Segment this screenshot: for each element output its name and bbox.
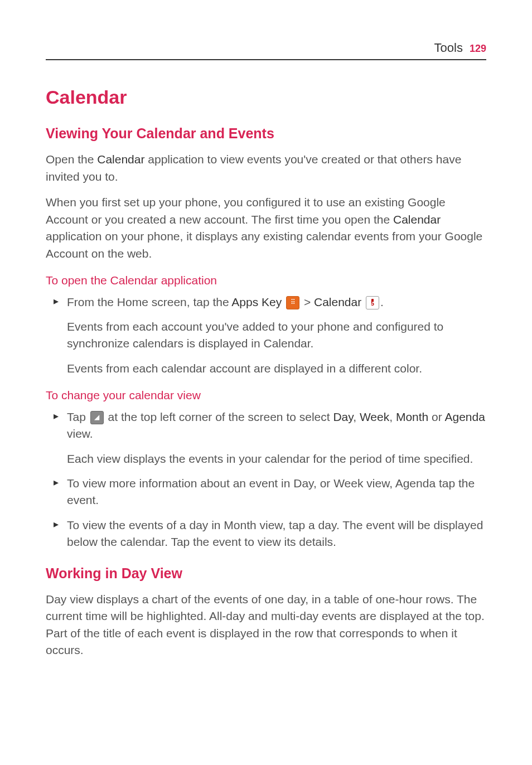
heading-to-change-view: To change your calendar view xyxy=(46,387,486,404)
paragraph-open-calendar: Open the Calendar application to view ev… xyxy=(46,151,486,185)
page-header: Tools 129 xyxy=(46,39,486,60)
note-each-view: Each view displays the events in your ca… xyxy=(67,451,486,467)
step-month-day: To view the events of a day in Month vie… xyxy=(46,517,486,551)
section-name: Tools xyxy=(434,39,463,57)
calendar-icon: 5 xyxy=(366,296,379,309)
steps-open: From the Home screen, tap the Apps Key ⠿… xyxy=(46,294,486,311)
dropdown-icon: ◢ xyxy=(90,411,104,424)
note-accounts-sync: Events from each account you've added to… xyxy=(46,318,486,352)
heading-viewing: Viewing Your Calendar and Events xyxy=(46,123,486,143)
step-more-info: To view more information about an event … xyxy=(46,475,486,509)
step-from-home: From the Home screen, tap the Apps Key ⠿… xyxy=(46,294,486,311)
apps-key-icon: ⠿ xyxy=(286,296,299,309)
paragraph-setup: When you first set up your phone, you co… xyxy=(46,194,486,262)
page-title: Calendar xyxy=(46,84,486,111)
page-number: 129 xyxy=(470,41,486,56)
heading-day-view: Working in Day View xyxy=(46,563,486,583)
paragraph-day-view: Day view displays a chart of the events … xyxy=(46,591,486,659)
note-colors: Events from each calendar account are di… xyxy=(46,360,486,377)
heading-to-open: To open the Calendar application xyxy=(46,272,486,289)
step-tap-dropdown: Tap ◢ at the top left corner of the scre… xyxy=(46,409,486,467)
steps-change: Tap ◢ at the top left corner of the scre… xyxy=(46,409,486,551)
